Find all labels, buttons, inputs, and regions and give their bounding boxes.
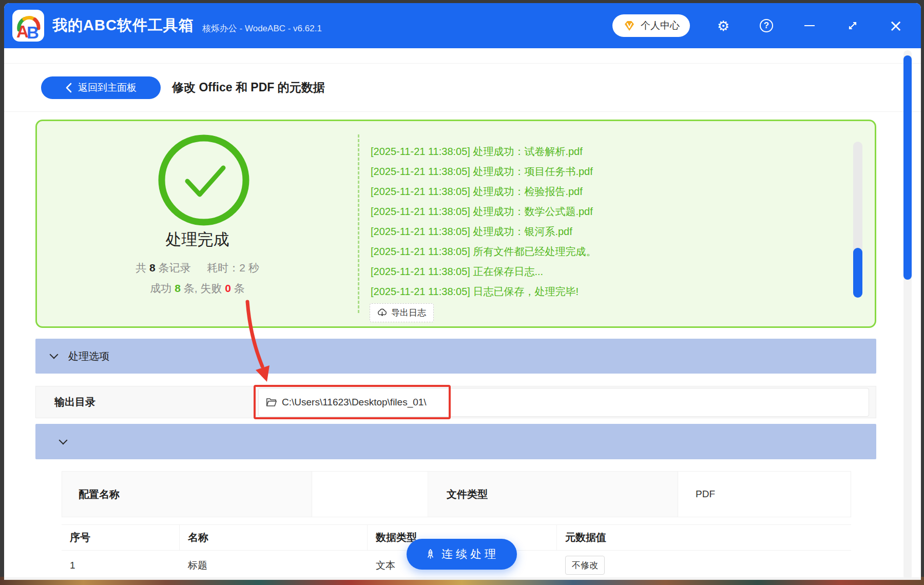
user-center-button[interactable]: 个人中心 xyxy=(612,14,690,37)
page-header: 返回到主面板 修改 Office 和 PDF 的元数据 xyxy=(4,73,921,112)
resize-icon xyxy=(846,20,859,32)
output-dir-field[interactable]: C:\Users\11623\Desktop\files_01\ xyxy=(258,388,869,417)
table-header-value: 元数据值 xyxy=(557,525,851,550)
stat-fail-count: 0 xyxy=(225,282,231,294)
close-icon: × xyxy=(889,17,903,34)
gear-icon: ⚙ xyxy=(717,19,729,33)
log-line: [2025-11-21 11:38:05] 处理成功：试卷解析.pdf xyxy=(371,142,848,162)
no-modify-chip[interactable]: 不修改 xyxy=(565,556,605,575)
back-to-main-button[interactable]: 返回到主面板 xyxy=(41,76,161,99)
stat-middle: 条, 失败 xyxy=(184,282,222,294)
config-name-label: 配置名称 xyxy=(79,488,120,501)
log-line: [2025-11-21 11:38:05] 处理成功：检验报告.pdf xyxy=(371,182,848,202)
app-logo: A B xyxy=(12,10,44,42)
log-list: [2025-11-21 11:38:05] 处理成功：试卷解析.pdf [202… xyxy=(371,142,848,302)
row-name: 标题 xyxy=(180,551,368,580)
user-center-label: 个人中心 xyxy=(641,19,680,32)
app-title: 我的ABC软件工具箱 xyxy=(52,15,194,36)
log-line: [2025-11-21 11:38:05] 日志已保存，处理完毕! xyxy=(371,282,848,302)
file-type-label: 文件类型 xyxy=(447,488,488,501)
chevron-left-icon xyxy=(65,83,72,93)
minimize-button[interactable] xyxy=(800,16,819,35)
output-dir-value: C:\Users\11623\Desktop\files_01\ xyxy=(282,397,427,408)
stat-total-count: 8 xyxy=(149,262,156,274)
success-fail-stats: 成功 8 条, 失败 0 条 xyxy=(37,281,358,296)
file-type-value: PDF xyxy=(696,489,715,500)
titlebar: A B 我的ABC软件工具箱 核烁办公 - WodeABC - v6.62.1 … xyxy=(4,3,921,48)
main-scrollbar-track[interactable] xyxy=(903,50,912,580)
row-value-cell: 不修改 xyxy=(557,551,851,580)
svg-text:B: B xyxy=(27,23,39,40)
rocket-icon xyxy=(425,549,436,560)
folder-open-icon xyxy=(266,398,277,407)
table-header-index: 序号 xyxy=(62,525,180,550)
log-line: [2025-11-21 11:38:05] 正在保存日志... xyxy=(371,262,848,282)
stat-elapsed: 耗时：2 秒 xyxy=(207,262,259,274)
window-bottom-strip xyxy=(4,577,921,580)
back-button-label: 返回到主面板 xyxy=(78,81,137,94)
status-text: 处理完成 xyxy=(37,229,358,250)
page-title: 修改 Office 和 PDF 的元数据 xyxy=(172,80,325,95)
log-scrollbar-thumb[interactable] xyxy=(853,248,862,298)
export-log-button[interactable]: 导出日志 xyxy=(370,303,434,322)
continue-process-label: 连续处理 xyxy=(441,547,499,562)
log-line: [2025-11-21 11:38:05] 处理成功：银河系.pdf xyxy=(371,222,848,242)
stat-success-count: 8 xyxy=(175,282,181,294)
app-subtitle: 核烁办公 - WodeABC - v6.62.1 xyxy=(202,23,322,34)
continue-process-button[interactable]: 连续处理 xyxy=(407,539,517,570)
app-window: A B 我的ABC软件工具箱 核烁办公 - WodeABC - v6.62.1 … xyxy=(4,3,921,580)
log-line: [2025-11-21 11:38:05] 所有文件都已经处理完成。 xyxy=(371,242,848,262)
config-summary-row: 配置名称 文件类型 PDF xyxy=(62,471,851,517)
app-logo-icon: A B xyxy=(14,11,43,40)
cloud-download-icon xyxy=(377,308,387,318)
output-dir-label: 输出目录 xyxy=(54,395,95,409)
chevron-down-icon xyxy=(59,436,68,444)
result-summary: 处理完成 共 8 条记录 耗时：2 秒 成功 8 条, 失败 0 条 xyxy=(37,121,358,326)
log-line: [2025-11-21 11:38:05] 处理成功：数学公式题.pdf xyxy=(371,202,848,222)
stat-total-suffix: 条记录 xyxy=(159,262,191,274)
settings-button[interactable]: ⚙ xyxy=(714,16,733,35)
file-type-value-cell[interactable]: PDF xyxy=(678,472,851,517)
log-scrollbar-track[interactable] xyxy=(853,142,862,298)
table-header-name: 名称 xyxy=(180,525,368,550)
config-name-value-cell[interactable] xyxy=(312,472,428,517)
config-name-label-cell: 配置名称 xyxy=(62,472,312,517)
vip-gem-icon xyxy=(623,19,636,32)
stat-total-prefix: 共 xyxy=(136,262,146,274)
close-button[interactable]: × xyxy=(886,16,906,35)
titlebar-controls: 个人中心 ⚙ ? × xyxy=(612,14,906,37)
minimize-icon xyxy=(804,25,815,27)
stat-success-prefix: 成功 xyxy=(150,282,171,294)
success-check-icon xyxy=(152,129,255,231)
chevron-down-icon xyxy=(50,350,59,359)
help-button[interactable]: ? xyxy=(757,16,776,35)
log-line: [2025-11-21 11:38:05] 处理成功：项目任务书.pdf xyxy=(371,162,848,182)
section-header-config[interactable] xyxy=(35,424,876,459)
stat-fail-suffix: 条 xyxy=(234,282,245,294)
result-panel: 处理完成 共 8 条记录 耗时：2 秒 成功 8 条, 失败 0 条 [2025… xyxy=(35,120,876,328)
dashed-divider xyxy=(358,134,359,313)
divider-line xyxy=(4,63,921,64)
export-log-label: 导出日志 xyxy=(391,307,426,319)
record-stats: 共 8 条记录 耗时：2 秒 xyxy=(37,261,358,275)
section-header-options[interactable]: 处理选项 xyxy=(35,339,876,374)
output-dir-row: 输出目录 C:\Users\11623\Desktop\files_01\ xyxy=(35,386,876,418)
maximize-button[interactable] xyxy=(843,16,862,35)
file-type-label-cell: 文件类型 xyxy=(428,472,678,517)
row-index: 1 xyxy=(62,551,180,580)
section-title: 处理选项 xyxy=(68,349,109,363)
help-icon: ? xyxy=(760,19,773,32)
main-scrollbar-thumb[interactable] xyxy=(903,55,912,280)
